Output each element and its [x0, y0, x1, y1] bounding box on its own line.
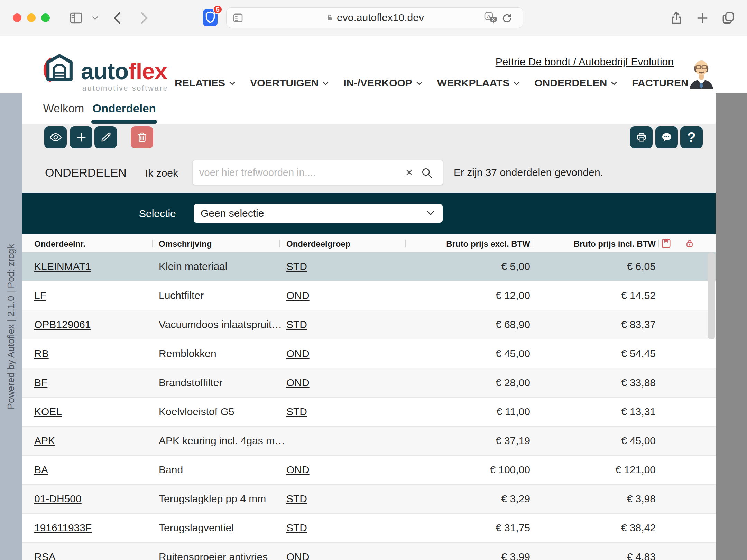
- toolbar-chevron-down-icon[interactable]: [91, 13, 100, 22]
- help-button[interactable]: ?: [680, 126, 703, 148]
- chevron-down-icon: [229, 81, 236, 85]
- share-icon[interactable]: [669, 10, 684, 26]
- part-group-link[interactable]: OND: [286, 464, 310, 475]
- translate-icon[interactable]: A x: [484, 12, 497, 24]
- main-nav: RELATIES VOERTUIGEN IN-/VERKOOP WERKPLAA…: [175, 75, 699, 91]
- nav-item-in-verkoop[interactable]: IN-/VERKOOP: [343, 77, 422, 89]
- traffic-light-minimize[interactable]: [27, 13, 36, 22]
- user-account-link[interactable]: Pettrie De bondt / Autobedrijf Evolution: [496, 56, 674, 68]
- price-excl-btw: € 28,00: [403, 377, 530, 389]
- url-text[interactable]: evo.autoflex10.dev: [337, 12, 424, 24]
- sidebar-toggle-icon[interactable]: [68, 10, 84, 26]
- avatar[interactable]: [686, 57, 717, 90]
- part-description: Klein materiaal: [159, 261, 227, 272]
- lock-columns-icon[interactable]: [685, 238, 694, 249]
- part-number-link[interactable]: KLEINMAT1: [34, 261, 91, 272]
- tab-welkom[interactable]: Welkom: [36, 93, 91, 124]
- part-number-link[interactable]: KOEL: [34, 406, 62, 417]
- nav-item-onderdelen[interactable]: ONDERDELEN: [534, 77, 617, 89]
- table-row[interactable]: RSARuitensproeier antivriesOND€ 3,99€ 4,…: [22, 543, 716, 560]
- traffic-light-close[interactable]: [13, 13, 21, 22]
- autoflex-logo[interactable]: autoflex automotive software: [42, 50, 168, 92]
- table-header: Onderdeelnr. Omschrijving Onderdeelgroep…: [22, 234, 716, 252]
- part-group-link[interactable]: OND: [286, 348, 310, 359]
- part-number-link[interactable]: RSA: [34, 551, 56, 560]
- column-header-onderdeelnr[interactable]: Onderdeelnr.: [34, 239, 85, 249]
- back-icon[interactable]: [110, 10, 126, 26]
- table-row[interactable]: BFBrandstoffilterOND€ 28,00€ 33,88: [22, 368, 716, 398]
- part-number-link[interactable]: OPB129061: [34, 319, 91, 330]
- part-number-link[interactable]: BA: [34, 464, 48, 475]
- app-content: Welkom Onderdelen: [22, 93, 716, 560]
- chat-icon: [661, 131, 673, 143]
- part-number-link[interactable]: LF: [34, 290, 46, 301]
- nav-item-voertuigen[interactable]: VOERTUIGEN: [250, 77, 329, 89]
- table-row[interactable]: BABandOND€ 100,00€ 121,00: [22, 456, 716, 485]
- tab-label: Onderdelen: [92, 102, 156, 115]
- part-number-link[interactable]: RB: [34, 348, 49, 359]
- reload-icon[interactable]: [501, 13, 513, 24]
- table-row[interactable]: 01-DH500Terugslagklep pp 4 mmSTD€ 3,29€ …: [22, 485, 716, 514]
- view-button[interactable]: [44, 126, 67, 148]
- column-divider: [405, 240, 406, 247]
- price-incl-btw: € 121,00: [541, 464, 656, 476]
- table-row[interactable]: 191611933FTerugslagventielSTD€ 31,75€ 38…: [22, 514, 716, 543]
- table-row[interactable]: OPB129061Vacuumdoos inlaatspruit…STD€ 68…: [22, 310, 716, 339]
- column-divider: [279, 240, 280, 247]
- price-incl-btw: € 3,98: [541, 493, 656, 505]
- part-group-link[interactable]: STD: [286, 493, 307, 504]
- new-tab-icon[interactable]: [695, 11, 710, 25]
- price-incl-btw: € 33,88: [541, 377, 656, 389]
- printer-icon: [635, 131, 648, 143]
- traffic-light-zoom[interactable]: [41, 13, 50, 22]
- part-number-link[interactable]: 191611933F: [34, 522, 92, 533]
- part-description: Ruitensproeier antivries: [159, 551, 268, 560]
- nav-item-label: WERKPLAATS: [437, 77, 509, 89]
- part-group-link[interactable]: STD: [286, 406, 307, 417]
- column-header-onderdeelgroep[interactable]: Onderdeelgroep: [286, 239, 350, 249]
- nav-item-werkplaats[interactable]: WERKPLAATS: [437, 77, 520, 89]
- part-number-link[interactable]: 01-DH500: [34, 493, 82, 504]
- table-row[interactable]: RBRemblokkenOND€ 45,00€ 54,45: [22, 339, 716, 368]
- nav-item-label: RELATIES: [175, 77, 225, 89]
- nav-item-label: FACTUREN: [632, 77, 688, 89]
- search-icon[interactable]: [421, 167, 433, 179]
- delete-button[interactable]: [131, 126, 153, 148]
- column-header-prijs-excl[interactable]: Bruto prijs excl. BTW: [403, 239, 530, 249]
- address-bar[interactable]: evo.autoflex10.dev A x: [226, 7, 523, 28]
- save-layout-icon[interactable]: [661, 238, 671, 249]
- part-group-link[interactable]: OND: [286, 290, 310, 301]
- table-scrollbar-thumb[interactable]: [708, 252, 715, 339]
- price-excl-btw: € 37,19: [403, 435, 530, 447]
- table-row[interactable]: KOELKoelvloeistof G5STD€ 11,00€ 13,31: [22, 398, 716, 427]
- tab-onderdelen[interactable]: Onderdelen: [91, 93, 157, 124]
- part-group-link[interactable]: STD: [286, 261, 307, 272]
- column-header-prijs-incl[interactable]: Bruto prijs incl. BTW: [541, 239, 656, 249]
- tabs-overview-icon[interactable]: [721, 10, 736, 26]
- clear-search-icon[interactable]: [404, 167, 414, 178]
- chat-button[interactable]: [655, 126, 678, 148]
- column-header-omschrijving[interactable]: Omschrijving: [159, 239, 212, 249]
- eye-icon: [49, 131, 62, 143]
- add-button[interactable]: [70, 126, 92, 148]
- price-excl-btw: € 100,00: [403, 464, 530, 476]
- part-number-link[interactable]: BF: [34, 377, 47, 388]
- table-row[interactable]: LFLuchtfilterOND€ 12,00€ 14,52: [22, 281, 716, 310]
- part-group-link[interactable]: OND: [286, 551, 310, 560]
- part-group-link[interactable]: STD: [286, 522, 307, 533]
- part-group-link[interactable]: OND: [286, 377, 310, 388]
- forward-icon[interactable]: [136, 10, 151, 26]
- part-number-link[interactable]: APK: [34, 435, 55, 446]
- part-description: Band: [159, 464, 183, 476]
- part-group-link[interactable]: STD: [286, 319, 307, 330]
- table-row[interactable]: APKAPK keuring incl. 4gas m…€ 37,19€ 45,…: [22, 427, 716, 456]
- shield-extension-icon[interactable]: 5: [203, 8, 218, 28]
- column-divider: [533, 240, 533, 247]
- tab-label: Welkom: [43, 102, 84, 115]
- table-row[interactable]: KLEINMAT1Klein materiaalSTD€ 5,00€ 6,05: [22, 252, 716, 281]
- nav-item-relaties[interactable]: RELATIES: [175, 77, 236, 89]
- edit-button[interactable]: [94, 126, 117, 148]
- selection-dropdown[interactable]: Geen selectie: [194, 204, 443, 223]
- logo-word-auto: auto: [81, 58, 128, 84]
- print-button[interactable]: [630, 126, 653, 148]
